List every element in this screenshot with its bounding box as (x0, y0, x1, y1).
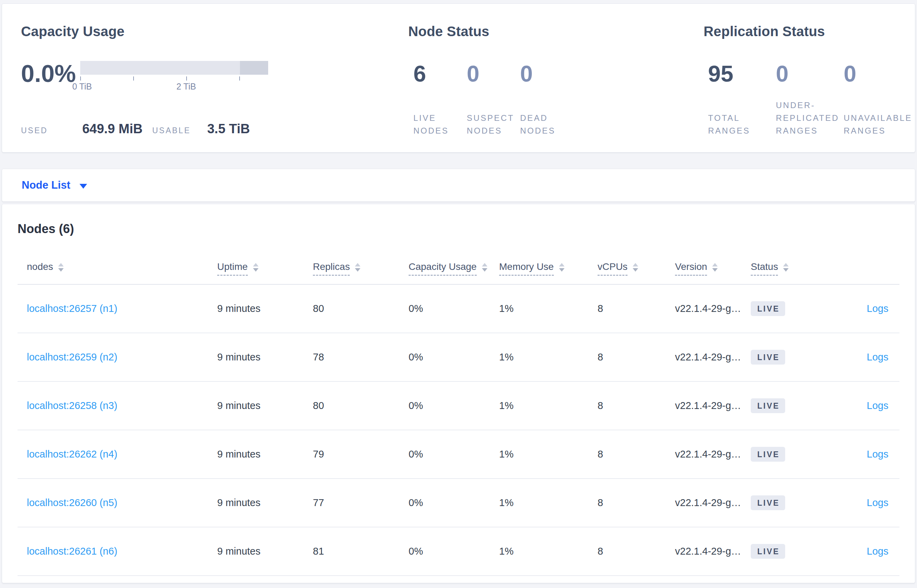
node-address-link[interactable]: localhost:26262 (n4) (27, 449, 117, 460)
metric-label: TOTAL RANGES (708, 111, 775, 137)
node-status-metric-2: 0DEAD NODES (520, 62, 567, 137)
capacity-usage-cell: 0% (408, 546, 499, 557)
chevron-down-icon (79, 184, 87, 189)
metric-label: UNDER-REPLICATED RANGES (776, 99, 843, 137)
status-badge: LIVE (751, 495, 785, 510)
table-row: localhost:26262 (n4)9 minutes790%1%8v22.… (18, 430, 899, 479)
status-badge: LIVE (751, 350, 785, 365)
memory-use-cell: 1% (499, 449, 597, 460)
capacity-usage-cell: 0% (408, 400, 499, 411)
column-header-label: Uptime (217, 261, 248, 276)
sort-arrows-icon (482, 263, 488, 271)
sort-arrows-icon (633, 263, 638, 271)
metric-value: 0 (467, 62, 513, 85)
column-header-memory-use[interactable]: Memory Use (499, 261, 597, 276)
sort-arrows-icon (559, 263, 565, 271)
capacity-bar-axis (80, 75, 268, 81)
column-header-capacity-usage[interactable]: Capacity Usage (408, 261, 499, 276)
uptime-cell: 9 minutes (217, 352, 313, 363)
used-label: USED (21, 126, 48, 135)
memory-use-cell: 1% (499, 303, 597, 314)
metric-value: 0 (520, 62, 567, 85)
vcpus-cell: 8 (597, 352, 675, 363)
column-header-replicas[interactable]: Replicas (313, 261, 408, 276)
column-header-label: Version (675, 261, 707, 276)
uptime-cell: 9 minutes (217, 497, 313, 509)
version-cell: v22.1.4-29-g… (675, 497, 751, 509)
capacity-usage-title: Capacity Usage (21, 23, 408, 40)
uptime-cell: 9 minutes (217, 546, 313, 557)
column-header-label: Status (751, 261, 778, 276)
column-header-label: Memory Use (499, 261, 554, 276)
table-row: localhost:26259 (n2)9 minutes780%1%8v22.… (18, 333, 899, 382)
uptime-cell: 9 minutes (217, 449, 313, 460)
node-status-title: Node Status (408, 23, 704, 40)
capacity-tick-label-2: 2 TiB (176, 82, 196, 92)
replicas-cell: 79 (313, 449, 408, 460)
capacity-usage-section: Capacity Usage 0.0% 0 TiB 2 TiB USED 649… (2, 4, 408, 152)
logs-link[interactable]: Logs (867, 497, 888, 508)
replication-status-metric-0: 95TOTAL RANGES (708, 62, 775, 137)
table-body: localhost:26257 (n1)9 minutes800%1%8v22.… (18, 285, 899, 576)
node-status-metric-1: 0SUSPECT NODES (467, 62, 513, 137)
metric-label: UNAVAILABLE RANGES (844, 111, 911, 137)
node-address-link[interactable]: localhost:26257 (n1) (27, 303, 117, 314)
vcpus-cell: 8 (597, 546, 675, 557)
table-row: localhost:26260 (n5)9 minutes770%1%8v22.… (18, 479, 899, 527)
column-header-label: Replicas (313, 261, 350, 276)
replication-status-title: Replication Status (704, 23, 915, 40)
vcpus-cell: 8 (597, 400, 675, 411)
capacity-usage-cell: 0% (408, 497, 499, 509)
version-cell: v22.1.4-29-g… (675, 352, 751, 363)
column-header-vcpus[interactable]: vCPUs (597, 261, 675, 276)
capacity-bar (80, 61, 268, 75)
used-value: 649.9 MiB (82, 121, 142, 136)
column-header-label: nodes (27, 261, 53, 275)
replication-status-section: Replication Status 95TOTAL RANGES0UNDER-… (704, 4, 915, 152)
node-address-link[interactable]: localhost:26261 (n6) (27, 546, 117, 557)
column-header-status[interactable]: Status (751, 261, 837, 276)
nodes-table-card: Nodes (6) nodesUptimeReplicasCapacity Us… (2, 204, 915, 583)
node-address-link[interactable]: localhost:26259 (n2) (27, 352, 117, 362)
capacity-bar-dark-segment (240, 61, 268, 75)
memory-use-cell: 1% (499, 352, 597, 363)
vcpus-cell: 8 (597, 449, 675, 460)
node-address-link[interactable]: localhost:26258 (n3) (27, 400, 117, 411)
metric-label: SUSPECT NODES (467, 111, 513, 137)
logs-link[interactable]: Logs (867, 546, 888, 557)
view-selector-card: Node List (2, 169, 915, 202)
vcpus-cell: 8 (597, 497, 675, 509)
logs-link[interactable]: Logs (867, 352, 888, 362)
capacity-tick-label-0: 0 TiB (72, 82, 92, 92)
column-header-label: Capacity Usage (408, 261, 477, 276)
column-header-nodes[interactable]: nodes (18, 261, 217, 275)
node-status-section: Node Status 6LIVE NODES0SUSPECT NODES0DE… (408, 4, 704, 152)
replicas-cell: 80 (313, 400, 408, 411)
version-cell: v22.1.4-29-g… (675, 303, 751, 314)
sort-arrows-icon (355, 263, 360, 271)
logs-link[interactable]: Logs (867, 400, 888, 411)
uptime-cell: 9 minutes (217, 400, 313, 411)
column-header-version[interactable]: Version (675, 261, 751, 276)
sort-arrows-icon (253, 263, 258, 271)
status-badge: LIVE (751, 447, 785, 462)
status-badge: LIVE (751, 544, 785, 559)
logs-link[interactable]: Logs (867, 449, 888, 460)
column-header-uptime[interactable]: Uptime (217, 261, 313, 276)
replicas-cell: 80 (313, 303, 408, 314)
view-selector-label: Node List (22, 179, 70, 191)
table-row: localhost:26261 (n6)9 minutes810%1%8v22.… (18, 527, 899, 576)
replication-status-metric-2: 0UNAVAILABLE RANGES (844, 62, 911, 137)
sort-arrows-icon (783, 263, 789, 271)
logs-link[interactable]: Logs (867, 303, 888, 314)
view-selector-dropdown[interactable]: Node List (22, 179, 87, 191)
uptime-cell: 9 minutes (217, 303, 313, 314)
cluster-summary-card: Capacity Usage 0.0% 0 TiB 2 TiB USED 649… (2, 3, 915, 152)
node-address-link[interactable]: localhost:26260 (n5) (27, 497, 117, 508)
status-badge: LIVE (751, 398, 785, 413)
metric-value: 6 (413, 62, 460, 85)
usable-value: 3.5 TiB (207, 121, 250, 136)
version-cell: v22.1.4-29-g… (675, 400, 751, 411)
capacity-used-percent: 0.0% (21, 61, 80, 86)
vcpus-cell: 8 (597, 303, 675, 314)
